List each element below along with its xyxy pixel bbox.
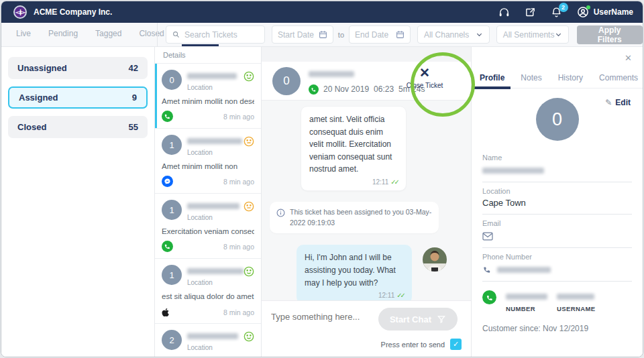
ticket-preview: Amet minim mollit non [162,162,254,170]
tab-closed[interactable]: Closed [139,29,164,46]
calendar-icon [319,30,327,39]
sidebar-item-closed[interactable]: Closed 55 [8,116,148,138]
apply-filters-button[interactable]: Apply Filters [577,25,643,44]
info-icon [276,208,285,217]
ticket-row[interactable]: 0 Location Amet minim mollit non deseru.… [155,64,261,129]
chat-panel: 0 20 Nov 2019 06:23 5m 24s ✕ Close Ticke… [262,47,471,357]
tab-history[interactable]: History [558,73,583,82]
start-chat-button[interactable]: Start Chat [378,308,458,331]
close-ticket-x-icon: ✕ [400,66,449,80]
whatsapp-username-label: USERNAME [557,305,596,312]
ticket-avatar: 1 [162,265,182,285]
system-message-text: This ticket has been assigned to you 03-… [290,207,432,229]
message-input[interactable] [271,312,378,322]
whatsapp-icon [162,111,173,122]
close-ticket-label: Close Ticket [400,82,449,89]
chat-header: 0 20 Nov 2019 06:23 5m 24s ✕ Close Ticke… [262,62,471,101]
chat-contact-avatar: 0 [272,67,301,95]
app-window: ◅|▻ ACME Company Inc. 2 UserName [1,1,643,357]
panel-close-icon[interactable]: ✕ [625,53,632,63]
share-chat-icon[interactable] [525,7,536,18]
user-menu[interactable]: UserName [577,6,633,18]
chat-date: 20 Nov 2019 [323,84,369,94]
status-sidebar: Unassigned 42 Assigned 9 Closed 55 [1,47,154,357]
ticket-list: Details 0 Location Amet minim mollit non… [154,47,262,357]
view-tabs: Live Pending Tagged Closed Tickets [1,23,157,46]
stat-count: 42 [129,63,138,73]
ticket-time: 8 min ago [223,178,254,186]
ticket-list-header: Details [155,47,261,64]
whatsapp-icon [162,241,173,252]
profile-tabs: Profile Notes History Comments [472,67,643,88]
edit-label: Edit [615,98,631,107]
tab-comments[interactable]: Comments [599,73,638,82]
message-thread: amet sint. Velit officia consequat duis … [262,101,471,304]
brand: ◅|▻ ACME Company Inc. [13,5,112,19]
divider [157,23,158,47]
sentiment-neutral-icon [244,201,254,212]
ticket-row[interactable]: 2 Location aliqua dolor do amet sint. Ve… [155,324,261,357]
username-label: UserName [594,7,633,17]
ticket-location: Location [187,214,239,221]
double-check-icon: ✓✓ [396,292,404,299]
location-label: Location [482,187,632,195]
notifications-bell-icon[interactable]: 2 [551,7,562,18]
system-message-bubble: This ticket has been assigned to you 03-… [270,202,439,234]
headset-icon[interactable] [498,7,510,18]
ticket-preview: est sit aliqua dolor do amet s... [162,292,254,300]
search-tickets-box[interactable] [166,25,265,44]
ticket-row[interactable]: 1 Location est sit aliqua dolor do amet … [155,259,261,324]
date-range-to-label: to [338,31,344,39]
end-date-picker[interactable]: End Date [349,25,411,44]
phone-field: Phone Number [482,248,632,282]
sidebar-item-unassigned[interactable]: Unassigned 42 [8,57,148,79]
tab-profile[interactable]: Profile [480,73,504,82]
sentiments-dropdown[interactable]: All Sentiments [496,25,569,44]
edit-profile-button[interactable]: ✎ Edit [605,98,631,107]
email-field: Email [482,215,632,248]
redacted-name [187,333,238,339]
profile-panel: ✕ Profile Notes History Comments ✎ Edit … [471,47,643,357]
search-input[interactable] [184,30,258,40]
chevron-down-icon [476,31,483,38]
agent-photo-avatar [423,247,447,272]
tab-live[interactable]: Live [16,29,31,46]
phone-icon [482,265,492,274]
message-composer: Start Chat Press enter to send ✓ [262,300,471,357]
whatsapp-number-col: NUMBER [506,290,547,312]
sidebar-item-assigned[interactable]: Assigned 9 [8,86,148,109]
channels-dropdown[interactable]: All Channels [417,25,490,44]
name-field: Name [482,149,632,182]
tab-notes[interactable]: Notes [521,73,541,82]
tab-pending[interactable]: Pending [48,29,78,46]
whatsapp-username-col: USERNAME [557,290,596,312]
ticket-row[interactable]: 1 Location Amet minim mollit non 8 min a… [155,129,261,194]
message-time: 12:11 [378,292,394,299]
tab-tagged[interactable]: Tagged [95,29,121,46]
stat-label: Closed [17,122,46,132]
close-ticket-button[interactable]: ✕ Close Ticket [400,66,449,89]
email-label: Email [482,219,632,227]
whatsapp-icon [309,84,319,95]
start-date-picker[interactable]: Start Date [272,25,333,44]
location-field: Location Cape Town [482,182,632,215]
whatsapp-icon [482,290,496,304]
sentiment-happy-icon [244,71,254,82]
outgoing-message-text: Hi, I'm John and I will be assisting you… [305,251,404,289]
search-icon [172,30,180,39]
redacted-phone-value [497,267,551,273]
ticket-row[interactable]: 1 Location Exercitation veniam consequa.… [155,194,261,259]
start-chat-label: Start Chat [390,314,431,324]
press-enter-checkbox[interactable]: ✓ [450,339,462,350]
message-time: 12:11 [372,178,388,186]
incoming-message-bubble: amet sint. Velit officia consequat duis … [301,106,407,191]
chevron-down-icon [555,31,562,38]
end-date-placeholder: End Date [355,30,388,40]
stat-label: Assigned [19,93,58,103]
company-logo-icon: ◅|▻ [13,5,27,19]
whatsapp-identity-row: NUMBER USERNAME [482,282,632,312]
ticket-time: 8 min ago [223,243,254,251]
envelope-icon [482,232,493,241]
sentiment-happy-icon [244,266,254,277]
filter-funnel-icon [437,314,446,324]
